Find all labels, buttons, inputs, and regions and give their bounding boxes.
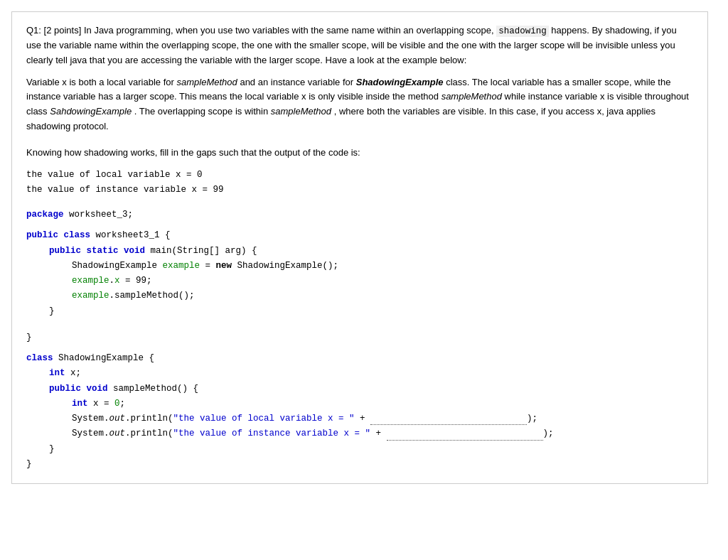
code-local-x: int x = 0; <box>26 397 693 411</box>
para3-text: Knowing how shadowing works, fill in the… <box>26 147 360 158</box>
code-close-main: } <box>26 304 693 319</box>
output-line-2: the value of instance variable x = 99 <box>26 185 224 195</box>
var-example-call: example <box>72 291 109 301</box>
para2-bolditalic1: ShadowingExample <box>356 77 444 87</box>
question-paragraph-3: Knowing how shadowing works, fill in the… <box>26 146 693 161</box>
question-paragraph-2: Variable x is both a local variable for … <box>26 75 693 134</box>
para2-italic1: sampleMethod <box>177 77 237 87</box>
blank-local <box>370 424 527 425</box>
var-example: example <box>163 261 200 271</box>
question-paragraph-1: Q1: [2 points] In Java programming, when… <box>26 23 693 68</box>
field-x-ref: x <box>114 276 120 286</box>
blank-instance <box>387 440 543 441</box>
out-ref-1: out <box>109 414 126 424</box>
code-block: package worksheet_3; public class worksh… <box>26 208 693 472</box>
string-local: "the value of local variable x = " <box>173 414 355 424</box>
para2-italic3: SahdowingExample <box>50 106 132 117</box>
keyword-public-class: public class <box>26 230 90 240</box>
code-call-sample: example.sampleMethod(); <box>26 289 693 303</box>
para2-b: and an instance variable for <box>240 77 353 87</box>
code-close-class1: } <box>26 330 693 345</box>
keyword-int-field: int <box>49 368 65 378</box>
para2-italic2: sampleMethod <box>441 91 502 102</box>
code-class2-decl: class ShadowingExample { <box>26 351 693 366</box>
code-println-local: System.out.println("the value of local v… <box>26 411 693 426</box>
inline-shadowing-code: shadowing <box>496 26 549 37</box>
code-println-instance: System.out.println("the value of instanc… <box>26 426 693 441</box>
keyword-new: new <box>216 261 232 271</box>
para2-start: Variable x is both a local variable for <box>26 77 174 87</box>
keyword-int-local: int <box>72 399 88 409</box>
keyword-class: class <box>26 353 53 363</box>
para2-e: . The overlapping scope is within <box>134 106 268 117</box>
keyword-package: package <box>26 210 64 220</box>
value-zero: 0 <box>114 399 120 409</box>
keyword-public-static-void: public static void <box>49 246 145 256</box>
code-new-example: ShadowingExample example = new Shadowing… <box>26 259 693 274</box>
code-close-sample: } <box>26 442 693 457</box>
expected-output: the value of local variable x = 0 the va… <box>26 168 693 198</box>
code-set-x: example.x = 99; <box>26 274 693 289</box>
code-field-x: int x; <box>26 366 693 381</box>
out-ref-2: out <box>109 429 126 438</box>
question-header: Q1: [2 points] In Java programming, when… <box>26 25 494 36</box>
main-content: Q1: [2 points] In Java programming, when… <box>11 11 708 484</box>
code-class-decl: public class worksheet3_1 { <box>26 228 693 243</box>
code-close-class2: } <box>26 457 693 472</box>
code-sample-method-decl: public void sampleMethod() { <box>26 382 693 397</box>
keyword-public-void: public void <box>49 384 108 394</box>
code-package-line: package worksheet_3; <box>26 208 693 222</box>
var-example-x: example <box>72 276 109 286</box>
para2-italic4: sampleMethod <box>271 106 331 117</box>
string-instance: "the value of instance variable x = " <box>173 429 371 438</box>
output-line-1: the value of local variable x = 0 <box>26 170 203 180</box>
code-main-method: public static void main(String[] arg) { <box>26 244 693 259</box>
